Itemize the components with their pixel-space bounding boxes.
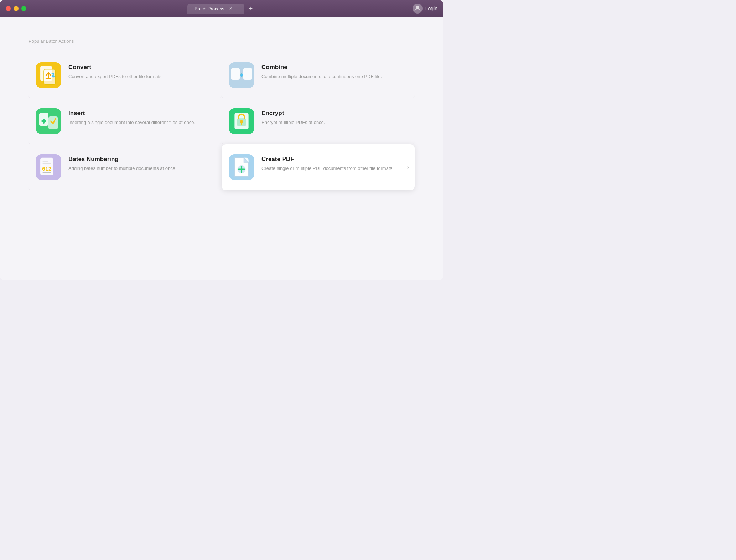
create-pdf-title: Create PDF (261, 156, 408, 163)
action-item-encrypt[interactable]: Encrypt Encrypt multiple PDFs at once. (222, 98, 415, 144)
encrypt-title: Encrypt (261, 110, 408, 117)
login-label: Login (425, 6, 437, 11)
encrypt-desc: Encrypt multiple PDFs at once. (261, 119, 408, 126)
combine-desc: Combine multiple documents to a continuo… (261, 73, 408, 80)
insert-desc: Inserting a single document into several… (68, 119, 214, 126)
create-pdf-icon (229, 154, 254, 180)
main-content: Popular Batch Actions Convert Convert an… (0, 17, 443, 280)
bates-numbering-text: Bates Numbering Adding bates number to m… (68, 154, 214, 172)
close-button[interactable] (6, 6, 11, 11)
tabs-area: Batch Process ✕ + (187, 4, 256, 14)
create-pdf-chevron: › (407, 164, 409, 171)
maximize-button[interactable] (21, 6, 26, 11)
action-item-create-pdf[interactable]: Create PDF Create single or multiple PDF… (222, 144, 415, 190)
create-pdf-desc: Create single or multiple PDF documents … (261, 165, 408, 172)
encrypt-text: Encrypt Encrypt multiple PDFs at once. (261, 108, 408, 126)
convert-desc: Convert and export PDFs to other file fo… (68, 73, 214, 80)
insert-text: Insert Inserting a single document into … (68, 108, 214, 126)
svg-rect-4 (243, 68, 252, 80)
actions-grid: Convert Convert and export PDFs to other… (28, 52, 415, 190)
combine-title: Combine (261, 64, 408, 71)
svg-text:012: 012 (42, 166, 52, 172)
svg-point-0 (416, 6, 419, 9)
login-area[interactable]: Login (413, 4, 437, 14)
bates-numbering-title: Bates Numbering (68, 156, 214, 163)
create-pdf-text: Create PDF Create single or multiple PDF… (261, 154, 408, 172)
traffic-lights (6, 6, 26, 11)
tab-label: Batch Process (195, 6, 224, 11)
svg-rect-3 (231, 68, 240, 80)
minimize-button[interactable] (14, 6, 19, 11)
bates-numbering-desc: Adding bates number to multiple document… (68, 165, 214, 172)
encrypt-icon (229, 108, 254, 134)
combine-icon (229, 62, 254, 88)
section-title: Popular Batch Actions (28, 38, 415, 44)
titlebar: Batch Process ✕ + Login (0, 0, 443, 17)
action-item-insert[interactable]: Insert Inserting a single document into … (28, 98, 222, 144)
combine-text: Combine Combine multiple documents to a … (261, 62, 408, 80)
insert-title: Insert (68, 110, 214, 117)
new-tab-button[interactable]: + (246, 4, 256, 14)
bates-numbering-icon: 012 (36, 154, 61, 180)
action-item-convert[interactable]: Convert Convert and export PDFs to other… (28, 52, 222, 98)
avatar (413, 4, 423, 14)
action-item-bates-numbering[interactable]: 012 Bates Numbering Adding bates number … (28, 144, 222, 190)
insert-icon (36, 108, 61, 134)
tab-close-button[interactable]: ✕ (228, 6, 234, 11)
convert-icon (36, 62, 61, 88)
batch-process-tab[interactable]: Batch Process ✕ (187, 4, 244, 14)
action-item-combine[interactable]: Combine Combine multiple documents to a … (222, 52, 415, 98)
convert-title: Convert (68, 64, 214, 71)
convert-text: Convert Convert and export PDFs to other… (68, 62, 214, 80)
